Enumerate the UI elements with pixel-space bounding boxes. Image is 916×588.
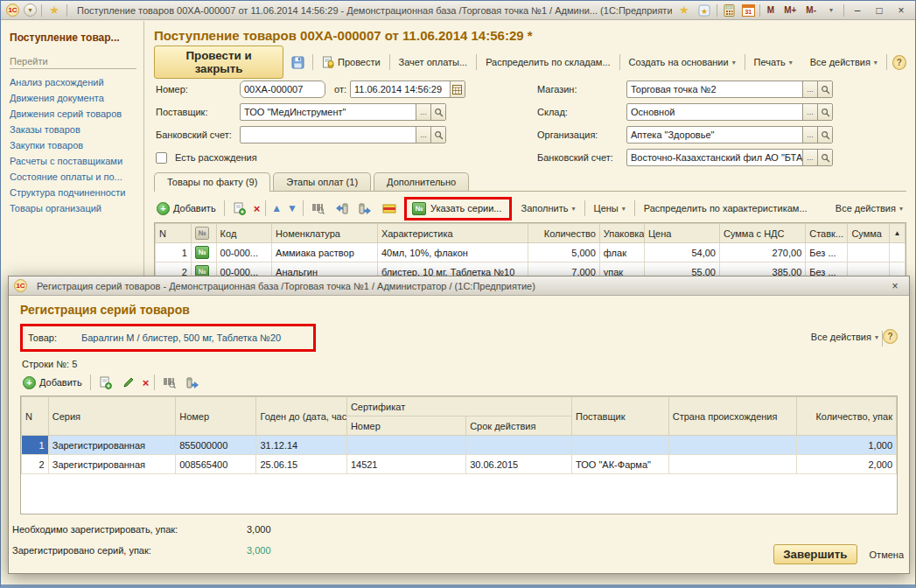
col-characteristic[interactable]: Характеристика [377, 224, 528, 243]
store-input[interactable]: Торговая точка №2 ... [626, 80, 833, 98]
sidebar-item-goods-orders[interactable]: Заказы товаров [10, 122, 136, 137]
close-button[interactable]: × [892, 4, 910, 17]
sidebar-item-payment-state[interactable]: Состояние оплаты и по... [10, 169, 136, 185]
post-and-close-button[interactable]: Провести и закрыть [154, 46, 283, 79]
goods-table-row[interactable]: 1 № 00-000... Аммиака раствор 40мл, 10%,… [156, 243, 906, 262]
copy-row-icon[interactable] [230, 200, 248, 217]
add-favorite-icon[interactable]: ★ [676, 4, 692, 18]
col-country[interactable]: Страна происхождения [668, 397, 797, 436]
barcode-scan-icon[interactable] [160, 374, 178, 390]
col-sum[interactable]: Сумма [848, 224, 890, 243]
sidebar-item-purchases[interactable]: Закупки товаров [10, 137, 136, 153]
col-sum-vat[interactable]: Сумма с НДС [719, 224, 805, 243]
col-cert-number[interactable]: Номер [346, 416, 465, 436]
table-all-actions-button[interactable]: Все действия▾ [832, 200, 906, 216]
choose-button[interactable]: ... [802, 150, 817, 165]
prices-button[interactable]: Цены▾ [591, 200, 629, 216]
choose-button[interactable]: ... [802, 104, 817, 120]
organization-input[interactable]: Аптека "Здоровье" ... [626, 126, 833, 144]
terminal-download-icon[interactable] [184, 374, 202, 390]
finish-button[interactable]: Завершить [773, 544, 857, 564]
set-prices-icon[interactable] [380, 201, 399, 216]
col-expiry[interactable]: Годен до (дата, час) [256, 397, 346, 436]
sidebar-item-org-goods[interactable]: Товары организаций [10, 200, 136, 216]
minimize-button[interactable]: – [849, 4, 866, 17]
delete-series-icon[interactable]: × [143, 376, 150, 389]
favorites-star-icon[interactable]: ★ [46, 4, 62, 18]
memory-m-button[interactable]: M [765, 5, 777, 15]
offset-payment-button[interactable]: Зачет оплаты... [395, 54, 472, 70]
post-button[interactable]: Провести [318, 53, 384, 72]
col-price[interactable]: Цена [644, 224, 719, 243]
choose-button[interactable]: ... [416, 127, 430, 143]
delete-row-icon[interactable]: × [254, 202, 261, 215]
supplier-input[interactable]: ТОО "МедИнструмент" ... [240, 103, 446, 121]
discrepancy-checkbox[interactable] [156, 152, 167, 164]
sidebar-item-analysis[interactable]: Анализ расхождений [10, 74, 136, 90]
date-input[interactable]: 11.06.2014 14:56:29 [350, 80, 465, 98]
series-table-row[interactable]: 1 Зарегистрированная 855000000 31.12.14 … [22, 436, 897, 455]
bank-account-input[interactable]: ... [240, 126, 446, 144]
col-qty-pack[interactable]: Количество, упак [797, 397, 897, 436]
col-cert-validity[interactable]: Срок действия [466, 416, 572, 436]
warehouse-input[interactable]: Основной ... [626, 103, 833, 121]
bank-account2-input[interactable]: Восточно-Казахстанский фил АО "БТА ... [626, 149, 833, 166]
col-certificate[interactable]: Сертификат [346, 397, 571, 416]
print-button[interactable]: Печать▾ [751, 54, 796, 70]
system-menu-icon[interactable]: ▾ [24, 4, 37, 17]
sidebar-item-series-movements[interactable]: Движения серий товаров [10, 106, 136, 122]
dialog-all-actions-button[interactable]: Все действия▾ [808, 329, 882, 345]
memory-m-minus-button[interactable]: M- [803, 5, 819, 15]
calendar-picker-icon[interactable] [450, 81, 465, 97]
calculator-icon[interactable] [722, 4, 738, 18]
sidebar-item-supplier-settlements[interactable]: Расчеты с поставщиками [10, 153, 136, 169]
col-code[interactable]: Код [216, 224, 271, 243]
search-icon[interactable] [430, 104, 445, 120]
number-input[interactable]: 00ХА-000007 [240, 80, 325, 98]
choose-button[interactable]: ... [802, 81, 817, 97]
toolbar-overflow-icon[interactable]: ▾ [823, 4, 839, 18]
col-rate[interactable]: Ставк... [806, 224, 848, 243]
search-icon[interactable] [430, 127, 445, 143]
col-nomenclature[interactable]: Номенклатура [272, 224, 378, 243]
tab-additional[interactable]: Дополнительно [374, 172, 469, 191]
col-n[interactable]: N [22, 397, 49, 436]
copy-series-icon[interactable] [96, 374, 115, 391]
search-icon[interactable] [817, 104, 832, 120]
col-series[interactable]: Серия [48, 397, 175, 436]
add-series-button[interactable]: +Добавить [20, 374, 85, 391]
fill-button[interactable]: Заполнить▾ [517, 200, 578, 216]
col-package[interactable]: Упаковка, Ед.... [599, 224, 644, 243]
add-row-button[interactable]: +Добавить [154, 200, 219, 217]
scroll-up-icon[interactable]: ▲ [890, 224, 906, 243]
sidebar-item-doc-movements[interactable]: Движения документа [10, 90, 136, 106]
col-series-badge[interactable]: № [191, 224, 216, 243]
edit-series-icon[interactable] [120, 374, 137, 390]
save-icon[interactable] [289, 54, 307, 71]
maximize-button[interactable]: □ [871, 4, 888, 17]
tab-payment-stages[interactable]: Этапы оплат (1) [273, 172, 371, 191]
series-table-row[interactable]: 2 Зарегистрированная 008565400 25.06.15 … [22, 455, 897, 474]
col-n[interactable]: N [156, 224, 192, 243]
calendar-icon[interactable]: 31 [742, 4, 755, 17]
search-icon[interactable] [817, 150, 832, 165]
all-actions-button[interactable]: Все действия▾ [807, 54, 881, 70]
move-up-icon[interactable]: ▲ [271, 202, 282, 214]
col-quantity[interactable]: Количество [528, 224, 599, 243]
distribute-characteristics-button[interactable]: Распределить по характеристикам... [640, 200, 811, 216]
tab-goods-by-fact[interactable]: Товары по факту (9) [154, 172, 270, 192]
choose-button[interactable]: ... [802, 127, 817, 143]
create-based-on-button[interactable]: Создать на основании▾ [626, 54, 739, 70]
col-number[interactable]: Номер [176, 397, 256, 436]
barcode-scan-icon[interactable] [309, 200, 327, 216]
memory-m-plus-button[interactable]: M+ [781, 5, 799, 15]
col-supplier[interactable]: Поставщик [572, 397, 669, 436]
scrollbar[interactable] [890, 243, 906, 262]
search-icon[interactable] [817, 81, 832, 97]
dialog-help-icon[interactable]: ? [883, 329, 898, 344]
cancel-button[interactable]: Отмена [866, 547, 907, 563]
choose-button[interactable]: ... [416, 104, 430, 120]
move-down-icon[interactable]: ▼ [287, 202, 297, 214]
terminal-upload-icon[interactable] [332, 200, 351, 216]
distribute-warehouses-button[interactable]: Распределить по складам... [482, 54, 613, 70]
